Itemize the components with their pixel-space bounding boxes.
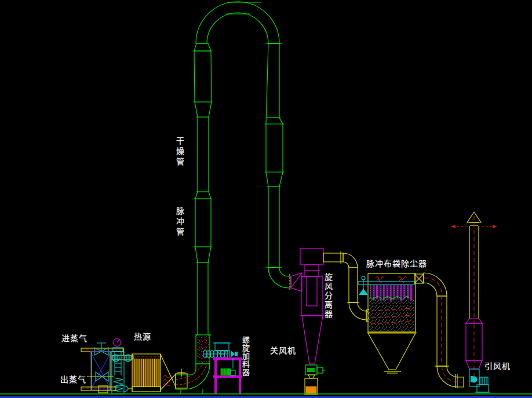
steam-outlet-line[interactable] (81, 386, 132, 392)
label-steam-out: 出蒸气 (60, 375, 86, 384)
label-rotary-airlock: 关风机 (270, 346, 296, 355)
pulse-blow-valve (359, 276, 368, 295)
feeder-motor[interactable] (221, 358, 235, 375)
condensate-tank[interactable] (87, 352, 114, 393)
drying-pipe-u-loop[interactable] (176, 2, 291, 394)
fan-silencer[interactable] (466, 319, 482, 377)
steam-heater[interactable] (132, 354, 161, 392)
fan-inlet-pipe[interactable] (417, 273, 464, 388)
exhaust-stack[interactable] (451, 212, 497, 323)
label-steam-in: 进蒸气 (61, 334, 88, 342)
label-heat-source: 热源 (134, 333, 151, 341)
label-cyclone: 旋风分离器 (324, 273, 332, 319)
heater-outlet-transition[interactable] (161, 355, 187, 390)
rotary-airlock-valve[interactable] (305, 365, 325, 378)
label-screw-feeder: 螺旋加料器 (242, 336, 249, 377)
label-id-fan: 引风机 (484, 362, 511, 370)
label-dry-pipe: 干燥管 (176, 137, 184, 168)
cad-drawing-canvas[interactable]: 干燥管 脉冲管 旋风分离器 螺旋加料器 脉冲布袋除尘器 关风机 引风机 热源 进… (0, 0, 532, 398)
label-bag-filter: 脉冲布袋除尘器 (366, 260, 427, 268)
bag-dust-collector[interactable] (358, 273, 424, 373)
induced-draft-fan[interactable] (469, 369, 490, 392)
product-bin[interactable] (305, 378, 318, 395)
label-pulse-pipe: 脉冲管 (176, 207, 184, 238)
